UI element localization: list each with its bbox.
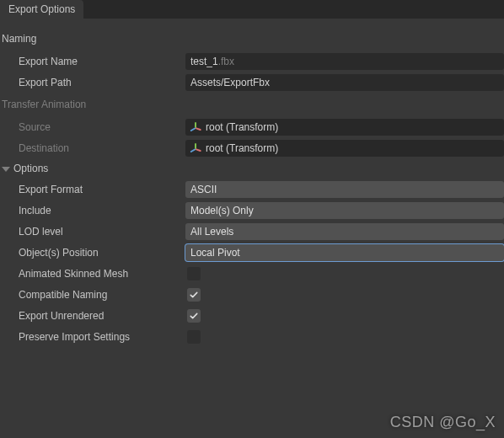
dropdown-objects-position[interactable]: Local Pivot (185, 244, 504, 261)
dropdown-lod-level[interactable]: All Levels (185, 223, 504, 240)
row-export-format: Export Format ASCII (0, 179, 504, 200)
watermark: CSDN @Go_X (390, 414, 496, 431)
transform-icon (190, 122, 201, 132)
tab-label: Export Options (8, 3, 75, 15)
row-objects-position: Object(s) Position Local Pivot (0, 242, 504, 263)
include-value: Model(s) Only (190, 205, 254, 216)
section-naming: Naming (0, 27, 504, 51)
label-export-unrendered: Export Unrendered (0, 310, 185, 322)
section-options-label: Options (13, 163, 48, 174)
label-animated-skinned-mesh: Animated Skinned Mesh (0, 268, 185, 280)
section-transfer-label: Transfer Animation (2, 99, 86, 110)
row-preserve-import-settings: Preserve Import Settings (0, 326, 504, 347)
lod-level-value: All Levels (190, 226, 233, 238)
row-animated-skinned-mesh: Animated Skinned Mesh (0, 263, 504, 284)
check-icon (189, 290, 199, 300)
label-destination: Destination (0, 142, 185, 154)
label-export-format: Export Format (0, 184, 185, 195)
checkbox-preserve-import-settings[interactable] (187, 330, 201, 344)
label-export-name: Export Name (0, 56, 185, 67)
label-objects-position: Object(s) Position (0, 247, 185, 259)
objects-position-value: Local Pivot (190, 247, 240, 259)
input-export-path[interactable]: Assets/ExportFbx (185, 74, 504, 91)
row-compatible-naming: Compatible Naming (0, 284, 504, 305)
row-lod-level: LOD level All Levels (0, 221, 504, 242)
label-preserve-import-settings: Preserve Import Settings (0, 331, 185, 343)
row-export-path: Export Path Assets/ExportFbx (0, 72, 504, 93)
foldout-options[interactable]: Options (0, 158, 48, 179)
source-value: root (Transform) (206, 121, 278, 133)
check-icon (189, 311, 199, 321)
export-name-base: test_1 (190, 56, 218, 67)
label-lod-level: LOD level (0, 226, 185, 238)
tab-export-options[interactable]: Export Options (0, 0, 83, 19)
export-format-value: ASCII (190, 184, 217, 195)
label-include: Include (0, 205, 185, 216)
checkbox-animated-skinned-mesh[interactable] (187, 267, 201, 280)
object-field-destination[interactable]: root (Transform) (185, 140, 504, 157)
row-export-unrendered: Export Unrendered (0, 305, 504, 326)
object-field-source[interactable]: root (Transform) (185, 119, 504, 136)
input-export-name[interactable]: test_1.fbx (185, 53, 504, 70)
label-source: Source (0, 121, 185, 133)
checkbox-export-unrendered[interactable] (187, 309, 201, 323)
tab-bar: Export Options (0, 0, 504, 19)
export-name-ext: .fbx (218, 56, 234, 67)
section-transfer-animation: Transfer Animation (0, 93, 504, 116)
export-path-value: Assets/ExportFbx (190, 77, 270, 88)
dropdown-export-format[interactable]: ASCII (185, 181, 504, 198)
label-compatible-naming: Compatible Naming (0, 289, 185, 301)
row-include: Include Model(s) Only (0, 200, 504, 221)
dropdown-include[interactable]: Model(s) Only (185, 202, 504, 219)
label-export-path: Export Path (0, 77, 185, 88)
chevron-down-icon (2, 167, 10, 172)
section-naming-label: Naming (2, 33, 36, 45)
row-destination: Destination root (Transform) (0, 137, 504, 158)
checkbox-compatible-naming[interactable] (187, 288, 201, 302)
row-source: Source root (Transform) (0, 116, 504, 137)
destination-value: root (Transform) (206, 142, 278, 154)
transform-icon (190, 143, 201, 153)
row-export-name: Export Name test_1.fbx (0, 51, 504, 72)
